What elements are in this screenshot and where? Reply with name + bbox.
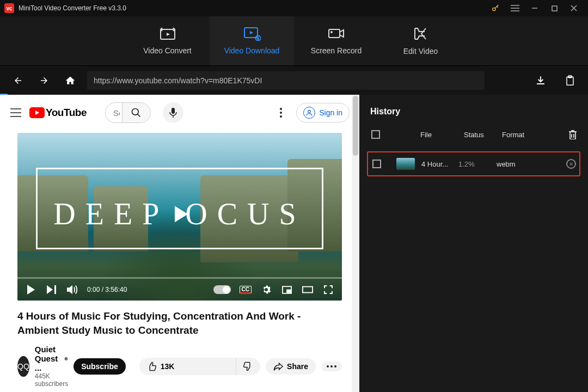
verified-icon xyxy=(64,355,68,363)
channel-avatar[interactable]: QQ xyxy=(17,356,29,377)
tab-label: Video Convert xyxy=(143,46,191,55)
more-actions-button[interactable] xyxy=(321,362,342,371)
youtube-logo[interactable]: YouTube xyxy=(29,107,87,119)
svg-point-6 xyxy=(330,31,333,33)
column-status: Status xyxy=(464,131,502,139)
back-button[interactable] xyxy=(9,71,27,90)
next-icon[interactable] xyxy=(46,285,58,294)
svg-rect-5 xyxy=(329,29,340,38)
user-icon xyxy=(303,107,315,119)
microphone-icon[interactable] xyxy=(163,102,183,123)
svg-rect-17 xyxy=(303,287,313,293)
hamburger-icon[interactable] xyxy=(10,108,22,118)
search-box[interactable]: Sea xyxy=(105,102,151,123)
clipboard-button[interactable] xyxy=(561,71,579,90)
fullscreen-icon[interactable] xyxy=(322,285,334,294)
search-input[interactable]: Sea xyxy=(106,108,122,118)
license-key-icon[interactable] xyxy=(486,0,505,16)
sign-in-button[interactable]: Sign in xyxy=(296,103,350,122)
menu-icon[interactable] xyxy=(505,0,525,16)
tab-edit-video[interactable]: Edit Video xyxy=(378,16,463,65)
tab-label: Video Download xyxy=(224,46,280,55)
history-panel: History File Status Format 4 Hour... 1.2… xyxy=(359,95,588,392)
svg-point-18 xyxy=(65,357,68,360)
embedded-browser: YouTube Sea Sign in xyxy=(0,95,359,392)
history-item[interactable]: 4 Hour... 1.2% webm ✕ xyxy=(367,151,580,176)
youtube-header: YouTube Sea Sign in xyxy=(3,99,356,130)
play-icon[interactable] xyxy=(25,285,37,295)
tab-screen-record[interactable]: Screen Record xyxy=(294,16,378,65)
search-icon[interactable] xyxy=(122,103,150,122)
svg-point-19 xyxy=(327,365,329,367)
main-tabs: Video Convert Video Download Screen Reco… xyxy=(0,16,588,65)
tab-video-convert[interactable]: Video Convert xyxy=(125,16,210,65)
select-all-checkbox[interactable] xyxy=(371,130,380,139)
video-time: 0:00 / 3:56:40 xyxy=(87,286,127,293)
item-thumbnail xyxy=(396,158,415,170)
cancel-icon[interactable]: ✕ xyxy=(566,159,576,169)
item-status: 1.2% xyxy=(458,160,497,168)
titlebar: vc MiniTool Video Converter Free v3.3.0 xyxy=(0,0,588,16)
video-title: 4 Hours of Music For Studying, Concentra… xyxy=(3,301,356,340)
svg-rect-10 xyxy=(171,108,175,114)
scrollbar[interactable] xyxy=(352,95,359,392)
browser-navbar xyxy=(0,65,588,95)
share-button[interactable]: Share xyxy=(266,358,316,375)
like-count: 13K xyxy=(161,362,175,371)
youtube-play-icon xyxy=(29,107,45,118)
svg-point-13 xyxy=(280,115,282,118)
like-button[interactable]: 13K xyxy=(139,358,236,375)
channel-name: Quiet Quest ... xyxy=(35,345,62,372)
history-header: File Status Format xyxy=(367,126,580,143)
video-player-area: DEEP OCUS 0:00 / 3:56:40 CC xyxy=(17,133,342,301)
autoplay-toggle[interactable] xyxy=(213,285,231,294)
theater-icon[interactable] xyxy=(302,286,314,293)
video-player[interactable]: DEEP OCUS 0:00 / 3:56:40 CC xyxy=(17,133,342,301)
tab-label: Edit Video xyxy=(403,47,438,56)
column-file: File xyxy=(420,131,464,139)
forward-button[interactable] xyxy=(35,71,53,90)
share-label: Share xyxy=(287,362,308,371)
download-button[interactable] xyxy=(531,71,550,90)
miniplayer-icon[interactable] xyxy=(281,286,293,294)
svg-point-9 xyxy=(132,109,139,115)
item-filename: 4 Hour... xyxy=(421,160,458,168)
settings-icon[interactable] xyxy=(260,285,272,295)
app-logo-icon: vc xyxy=(4,3,14,13)
url-input[interactable] xyxy=(87,71,485,90)
column-format: Format xyxy=(502,131,546,139)
svg-point-14 xyxy=(308,110,311,113)
subscribe-button[interactable]: Subscribe xyxy=(74,358,126,375)
channel-info[interactable]: Quiet Quest ... 445K subscribers xyxy=(35,345,68,388)
volume-icon[interactable] xyxy=(66,285,78,295)
sign-in-label: Sign in xyxy=(319,108,342,117)
svg-rect-1 xyxy=(552,6,557,11)
close-button[interactable] xyxy=(564,0,584,16)
progress-bar[interactable] xyxy=(17,277,342,279)
youtube-brand-text: YouTube xyxy=(46,107,87,119)
history-title: History xyxy=(367,105,580,126)
svg-point-20 xyxy=(330,365,333,367)
minimize-button[interactable] xyxy=(525,0,544,16)
svg-rect-16 xyxy=(287,290,291,292)
tab-label: Screen Record xyxy=(311,46,362,55)
svg-point-21 xyxy=(334,365,336,367)
delete-icon[interactable] xyxy=(568,130,577,139)
item-format: webm xyxy=(497,160,540,168)
maximize-button[interactable] xyxy=(544,0,564,16)
captions-icon[interactable]: CC xyxy=(240,286,252,294)
dislike-button[interactable] xyxy=(236,358,260,375)
play-overlay-icon[interactable] xyxy=(164,198,195,230)
video-controls: 0:00 / 3:56:40 CC xyxy=(17,279,342,301)
subscriber-count: 445K subscribers xyxy=(35,372,68,388)
svg-point-12 xyxy=(280,112,282,114)
svg-point-11 xyxy=(280,108,282,110)
content-area: YouTube Sea Sign in xyxy=(0,95,588,392)
video-meta-row: QQ Quiet Quest ... 445K subscribers Subs… xyxy=(3,340,356,392)
app-title: MiniTool Video Converter Free v3.3.0 xyxy=(19,4,126,12)
home-button[interactable] xyxy=(61,71,79,90)
more-icon[interactable] xyxy=(277,108,285,118)
tab-video-download[interactable]: Video Download xyxy=(210,16,294,65)
item-checkbox[interactable] xyxy=(372,160,381,168)
